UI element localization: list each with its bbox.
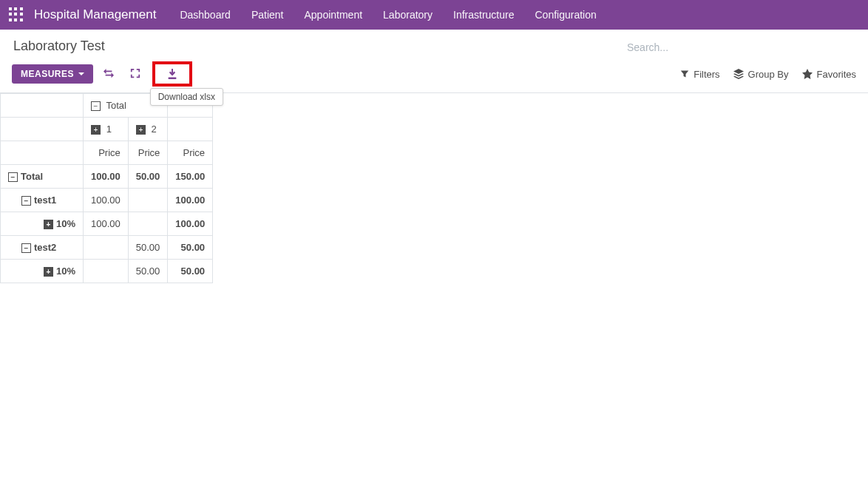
flip-axis-button[interactable] <box>98 64 120 85</box>
row-label-text: test1 <box>34 195 56 206</box>
cell-value: 100.00 <box>84 165 129 189</box>
row-header[interactable]: −test1 <box>1 189 84 212</box>
nav-configuration[interactable]: Configuration <box>526 3 606 27</box>
measure-header-1[interactable]: Price <box>84 141 129 165</box>
pivot-area: − Total + 1 + 2 Price Pri <box>0 93 868 283</box>
measures-button[interactable]: MEASURES <box>12 64 93 84</box>
row-header[interactable]: +10% <box>1 212 84 236</box>
cell-value: 50.00 <box>128 260 168 283</box>
minus-icon: − <box>8 172 18 182</box>
col-total-label: Total <box>106 100 126 111</box>
cell-value <box>128 189 168 212</box>
layers-icon <box>733 69 744 79</box>
exchange-icon <box>104 68 114 78</box>
row-label-text: 10% <box>56 266 75 277</box>
cell-value: 150.00 <box>168 165 213 189</box>
cell-value: 100.00 <box>168 212 213 236</box>
minus-icon: − <box>21 243 31 253</box>
group-by-label: Group By <box>748 69 789 80</box>
star-icon <box>802 69 813 79</box>
search-input[interactable] <box>627 38 856 56</box>
caret-down-icon <box>78 72 84 75</box>
col-header-blank-2 <box>168 118 213 141</box>
expand-all-button[interactable] <box>124 64 146 85</box>
cell-value <box>84 260 129 283</box>
row-label-text: 10% <box>56 218 75 229</box>
group-by-button[interactable]: Group By <box>733 69 789 80</box>
toolbar-left: MEASURES Download xlsx <box>12 61 192 87</box>
col-2-label: 2 <box>151 124 156 135</box>
row-header[interactable]: −test2 <box>1 236 84 260</box>
nav-infrastructure[interactable]: Infrastructure <box>444 3 523 27</box>
apps-icon[interactable] <box>9 7 24 22</box>
control-panel: Laboratory Test MEASURES Download xlsx <box>0 30 868 93</box>
row-header[interactable]: +10% <box>1 260 84 283</box>
table-row: +10%50.0050.00 <box>1 260 213 283</box>
brand-title[interactable]: Hospital Management <box>34 7 156 22</box>
search-area <box>627 38 856 56</box>
plus-icon: + <box>44 220 53 229</box>
pivot-table: − Total + 1 + 2 Price Pri <box>0 93 213 283</box>
minus-icon: − <box>91 101 101 111</box>
table-row: −test250.0050.00 <box>1 236 213 260</box>
favorites-label: Favorites <box>817 69 856 80</box>
corner-cell-2 <box>1 118 84 141</box>
measure-header-2[interactable]: Price <box>128 141 168 165</box>
page-title: Laboratory Test <box>12 38 105 54</box>
toolbar-right: Filters Group By Favorites <box>680 69 856 80</box>
cell-value <box>128 212 168 236</box>
download-highlight: Download xlsx <box>152 61 192 87</box>
download-xlsx-button[interactable] <box>163 66 182 82</box>
row-label-text: Total <box>21 171 43 182</box>
cell-value: 100.00 <box>84 189 129 212</box>
row-label-text: test2 <box>34 242 56 253</box>
expand-icon <box>130 68 140 78</box>
filters-button[interactable]: Filters <box>680 69 719 80</box>
nav-dashboard[interactable]: Dashboard <box>171 3 240 27</box>
download-tooltip: Download xlsx <box>150 88 223 106</box>
download-icon <box>167 69 177 79</box>
table-row: +10%100.00100.00 <box>1 212 213 236</box>
filter-icon <box>680 70 689 78</box>
nav-laboratory[interactable]: Laboratory <box>374 3 441 27</box>
plus-icon: + <box>44 267 53 277</box>
nav-patient[interactable]: Patient <box>243 3 293 27</box>
cell-value: 50.00 <box>168 260 213 283</box>
pivot-body: −Total100.0050.00150.00−test1100.00100.0… <box>1 165 213 283</box>
cell-value: 50.00 <box>168 236 213 260</box>
col-header-1[interactable]: + 1 <box>84 118 129 141</box>
cell-value: 50.00 <box>128 236 168 260</box>
col-1-label: 1 <box>106 124 112 135</box>
plus-icon: + <box>91 125 101 135</box>
col-header-2[interactable]: + 2 <box>128 118 168 141</box>
favorites-button[interactable]: Favorites <box>802 69 856 80</box>
table-row: −test1100.00100.00 <box>1 189 213 212</box>
top-navbar: Hospital Management Dashboard Patient Ap… <box>0 0 868 30</box>
row-header[interactable]: −Total <box>1 165 84 189</box>
nav-links: Dashboard Patient Appointment Laboratory… <box>171 3 605 27</box>
corner-cell <box>1 94 84 118</box>
corner-cell-3 <box>1 141 84 165</box>
plus-icon: + <box>136 125 146 135</box>
measures-label: MEASURES <box>21 69 74 79</box>
cell-value <box>84 236 129 260</box>
table-row: −Total100.0050.00150.00 <box>1 165 213 189</box>
minus-icon: − <box>21 196 31 206</box>
filters-label: Filters <box>694 69 719 80</box>
cell-value: 100.00 <box>168 189 213 212</box>
nav-appointment[interactable]: Appointment <box>295 3 371 27</box>
measure-header-total[interactable]: Price <box>168 141 213 165</box>
cell-value: 100.00 <box>84 212 129 236</box>
cell-value: 50.00 <box>128 165 168 189</box>
